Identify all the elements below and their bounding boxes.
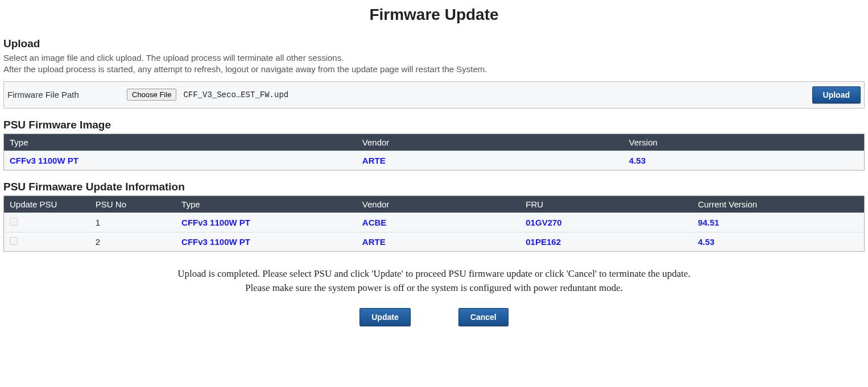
- psu-no: 2: [90, 232, 176, 251]
- firmware-file-path-label: Firmware File Path: [7, 90, 121, 99]
- table-row: 2 CFFv3 1100W PT ARTE 01PE162 4.53: [4, 232, 865, 251]
- status-line2: Please make sure the system power is off…: [245, 282, 623, 293]
- status-message: Upload is completed. Please select PSU a…: [3, 267, 865, 296]
- chosen-file-name: CFF_V3_Seco…EST_FW.upd: [183, 90, 288, 99]
- upload-button[interactable]: Upload: [812, 86, 861, 103]
- psu-info-header-type: Type: [176, 195, 357, 213]
- psu-info-header-no: PSU No: [90, 195, 176, 213]
- psu-info-section-title: PSU Firmaware Update Information: [3, 181, 865, 193]
- psu-info-header-vendor: Vendor: [357, 195, 520, 213]
- psu-info-header-fru: FRU: [520, 195, 692, 213]
- psu-image-table: Type Vendor Version CFFv3 1100W PT ARTE …: [3, 134, 865, 170]
- psu-fru: 01PE162: [520, 232, 692, 251]
- upload-description: Select an image file and click upload. T…: [3, 52, 865, 76]
- upload-box: Firmware File Path Choose File CFF_V3_Se…: [3, 81, 865, 109]
- psu-image-type: CFFv3 1100W PT: [4, 151, 357, 170]
- upload-section-title: Upload: [3, 38, 865, 50]
- psu-no: 1: [90, 213, 176, 232]
- psu-image-row: CFFv3 1100W PT ARTE 4.53: [4, 151, 865, 170]
- upload-desc-line1: Select an image file and click upload. T…: [3, 53, 344, 63]
- psu-vendor: ACBE: [357, 213, 520, 232]
- psu-info-header-update: Update PSU: [4, 195, 90, 213]
- psu-image-version: 4.53: [623, 151, 865, 170]
- upload-desc-line2: After the upload process is started, any…: [3, 64, 487, 74]
- psu-info-header-version: Current Version: [692, 195, 865, 213]
- psu-version: 4.53: [692, 232, 865, 251]
- choose-file-button[interactable]: Choose File: [127, 89, 176, 101]
- psu-image-header-type: Type: [4, 134, 357, 151]
- psu-fru: 01GV270: [520, 213, 692, 232]
- status-line1: Upload is completed. Please select PSU a…: [177, 268, 691, 279]
- psu-version: 94.51: [692, 213, 865, 232]
- psu-image-header-version: Version: [623, 134, 865, 151]
- psu-image-vendor: ARTE: [357, 151, 623, 170]
- page-title: Firmware Update: [3, 6, 865, 24]
- table-row: 1 CFFv3 1100W PT ACBE 01GV270 94.51: [4, 213, 865, 232]
- psu-select-checkbox-2[interactable]: [10, 237, 18, 245]
- psu-info-table: Update PSU PSU No Type Vendor FRU Curren…: [3, 195, 865, 252]
- action-button-row: Update Cancel: [3, 308, 865, 326]
- psu-image-header-vendor: Vendor: [357, 134, 623, 151]
- psu-vendor: ARTE: [357, 232, 520, 251]
- psu-select-checkbox-1[interactable]: [10, 218, 18, 226]
- psu-type: CFFv3 1100W PT: [176, 213, 357, 232]
- cancel-button[interactable]: Cancel: [458, 308, 509, 326]
- update-button[interactable]: Update: [359, 308, 410, 326]
- psu-type: CFFv3 1100W PT: [176, 232, 357, 251]
- psu-image-section-title: PSU Firmware Image: [3, 119, 865, 131]
